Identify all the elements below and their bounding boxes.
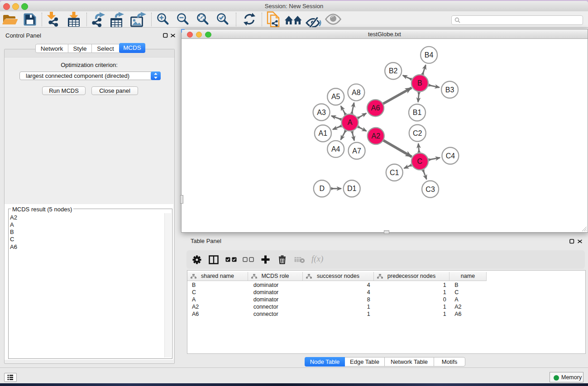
svg-text:D: D (320, 185, 325, 192)
svg-text:B3: B3 (445, 86, 454, 94)
svg-text:A: A (348, 119, 353, 126)
svg-text:B4: B4 (425, 51, 434, 59)
svg-text:A7: A7 (352, 147, 361, 155)
svg-text:A6: A6 (371, 104, 380, 112)
svg-text:C3: C3 (425, 186, 435, 193)
svg-text:B2: B2 (389, 67, 398, 75)
svg-text:C2: C2 (413, 129, 422, 137)
svg-text:A5: A5 (331, 93, 340, 100)
svg-text:C4: C4 (446, 152, 455, 160)
svg-text:A1: A1 (319, 129, 328, 137)
svg-text:A2: A2 (372, 132, 381, 140)
svg-text:D1: D1 (347, 185, 357, 192)
svg-text:C: C (417, 157, 423, 165)
svg-text:B: B (417, 79, 422, 87)
svg-text:A8: A8 (352, 89, 361, 96)
svg-text:C1: C1 (390, 169, 399, 176)
svg-text:A4: A4 (331, 145, 340, 153)
svg-text:B1: B1 (413, 109, 422, 116)
svg-text:A3: A3 (317, 109, 326, 116)
